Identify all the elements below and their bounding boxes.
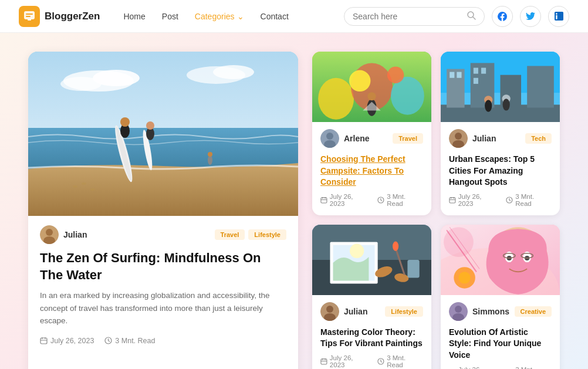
svg-rect-52 <box>447 69 464 108</box>
nav-post[interactable]: Post <box>162 12 178 21</box>
featured-read-time: 3 Mnt. Read <box>104 337 155 345</box>
svg-point-22 <box>73 185 77 188</box>
svg-point-82 <box>393 241 398 250</box>
post-date: July 26, 2023 <box>449 366 498 369</box>
posts-grid: Arlene Travel Choosing The Perfect Camps… <box>312 52 560 369</box>
post-image-2 <box>441 52 560 122</box>
logo-text: BloggerZen <box>45 11 100 22</box>
post-card: Simmons Creative Evolution Of Artistic S… <box>441 225 560 369</box>
search-input[interactable] <box>353 12 462 21</box>
post-avatar <box>449 302 468 321</box>
svg-point-11 <box>213 65 254 79</box>
clock-icon <box>377 197 384 204</box>
svg-point-23 <box>82 182 86 185</box>
post-card: Julian Lifestyle Mastering Color Theory:… <box>312 225 431 369</box>
post-author-name: Simmons <box>472 307 509 316</box>
post-meta-row: Julian Lifestyle <box>320 302 423 321</box>
post-title: Evolution Of Artistic Style: Find Your U… <box>449 327 552 361</box>
nav-home[interactable]: Home <box>123 12 145 21</box>
svg-rect-3 <box>28 19 31 21</box>
post-avatar <box>320 302 339 321</box>
logo-icon <box>19 6 40 27</box>
calendar-icon <box>40 337 48 344</box>
logo[interactable]: BloggerZen <box>19 6 100 27</box>
featured-date-read: July 26, 2023 3 Mnt. Read <box>40 337 286 345</box>
svg-point-26 <box>46 229 53 236</box>
post-read-time: 3 Mnt. Read <box>506 193 552 207</box>
featured-author-row: Julian <box>40 225 87 244</box>
calendar-icon <box>320 358 327 365</box>
featured-avatar <box>40 225 59 244</box>
post-image-4 <box>441 225 560 295</box>
svg-rect-83 <box>407 260 419 277</box>
featured-excerpt: In an era marked by increasing globaliza… <box>40 289 286 327</box>
post-tag[interactable]: Travel <box>393 133 423 144</box>
svg-rect-56 <box>474 68 478 74</box>
post-image-3 <box>312 225 431 295</box>
tag-lifestyle[interactable]: Lifestyle <box>248 229 286 240</box>
svg-point-40 <box>367 92 376 100</box>
post-author-row: Julian <box>449 129 496 148</box>
search-box <box>344 7 485 26</box>
svg-point-37 <box>349 70 371 92</box>
post-date: July 26, 2023 <box>320 354 369 368</box>
svg-rect-60 <box>527 66 554 107</box>
facebook-button[interactable] <box>492 6 513 27</box>
post-author-row: Simmons <box>449 302 509 321</box>
nav-contact[interactable]: Contact <box>261 12 289 21</box>
svg-point-19 <box>146 121 154 130</box>
svg-point-62 <box>485 100 492 111</box>
featured-card: Julian Travel Lifestyle The Zen Of Surfi… <box>28 52 298 369</box>
post-read-time: 3 Mnt. Read <box>377 354 423 368</box>
linkedin-button[interactable] <box>548 6 569 27</box>
svg-point-24 <box>90 188 95 191</box>
nav-categories[interactable]: Categories ⌄ <box>195 12 244 21</box>
svg-point-16 <box>120 117 130 127</box>
svg-point-106 <box>455 306 462 313</box>
featured-tags: Travel Lifestyle <box>215 229 286 240</box>
svg-point-78 <box>350 243 364 258</box>
header: BloggerZen Home Post Categories ⌄ Contac… <box>0 0 588 33</box>
post-date-read: July 26, 2023 3 Mnt. Read <box>449 366 552 369</box>
svg-point-42 <box>326 133 333 140</box>
clock-icon <box>506 197 513 204</box>
post-author-name: Arlene <box>344 134 370 143</box>
svg-rect-2 <box>26 16 31 17</box>
tag-travel[interactable]: Travel <box>215 229 245 240</box>
post-card-body: Julian Lifestyle Mastering Color Theory:… <box>312 295 431 369</box>
post-date: July 26, 2023 <box>320 193 369 207</box>
post-card-body: Julian Tech Urban Escapes: Top 5 Cities … <box>441 122 560 215</box>
clock-icon <box>377 358 384 365</box>
svg-rect-0 <box>24 11 35 19</box>
post-tag[interactable]: Lifestyle <box>385 306 423 317</box>
featured-image <box>28 52 298 216</box>
svg-point-85 <box>326 306 333 313</box>
featured-meta-row: Julian Travel Lifestyle <box>40 225 286 244</box>
post-author-name: Julian <box>472 134 496 143</box>
svg-point-34 <box>318 78 354 120</box>
post-date-read: July 26, 2023 3 Mnt. Read <box>320 193 423 207</box>
post-read-time: 3 Mnt. Read <box>506 366 552 369</box>
post-author-row: Arlene <box>320 129 370 148</box>
clock-icon <box>104 337 112 344</box>
svg-point-64 <box>503 99 510 110</box>
post-read-time: 3 Mnt. Read <box>377 193 423 207</box>
svg-point-21 <box>208 152 212 157</box>
post-tag[interactable]: Tech <box>525 133 552 144</box>
chevron-down-icon: ⌄ <box>237 12 244 21</box>
svg-rect-58 <box>474 78 478 84</box>
post-title: Urban Escapes: Top 5 Cities For Amazing … <box>449 154 552 188</box>
featured-title: The Zen Of Surfing: Mindfulness On The W… <box>40 250 286 283</box>
post-avatar <box>449 129 468 148</box>
svg-point-9 <box>60 77 102 91</box>
post-author-name: Julian <box>344 307 367 316</box>
svg-point-20 <box>208 155 212 165</box>
post-tag[interactable]: Creative <box>515 306 552 317</box>
post-title[interactable]: Choosing The Perfect Campsite: Factors T… <box>320 154 423 188</box>
post-card: Julian Tech Urban Escapes: Top 5 Cities … <box>441 52 560 215</box>
main-content: Julian Travel Lifestyle The Zen Of Surfi… <box>0 33 588 369</box>
post-avatar <box>320 129 339 148</box>
post-card-body: Simmons Creative Evolution Of Artistic S… <box>441 295 560 369</box>
header-right <box>344 6 569 27</box>
twitter-button[interactable] <box>520 6 541 27</box>
